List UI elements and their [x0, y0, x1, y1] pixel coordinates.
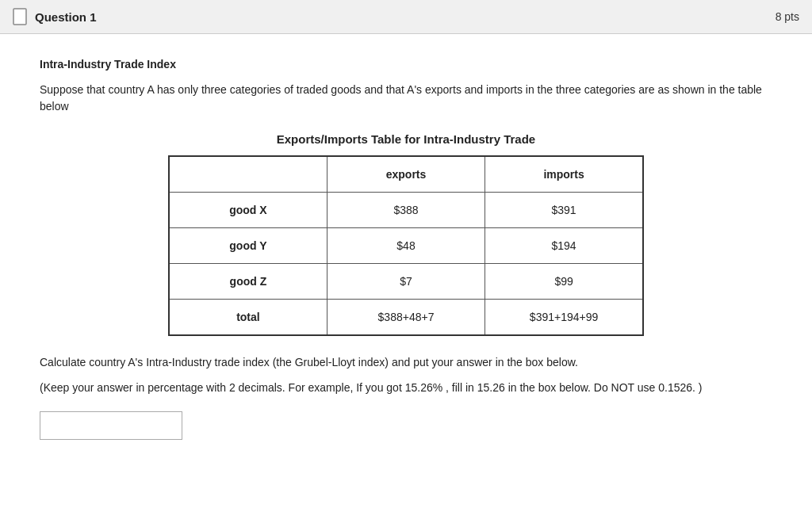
table-row: good Z $7 $99 — [169, 264, 643, 300]
cell-goodx-exports: $388 — [327, 193, 485, 228]
page-container: Question 1 8 pts Intra-Industry Trade In… — [0, 0, 812, 527]
question-body: Intra-Industry Trade Index Suppose that … — [0, 34, 812, 527]
answer-input[interactable] — [40, 411, 182, 440]
cell-total-exports: $388+48+7 — [327, 300, 485, 336]
cell-total-imports: $391+194+99 — [485, 300, 643, 336]
row-label-total: total — [169, 300, 327, 336]
table-row: good Y $48 $194 — [169, 228, 643, 264]
trade-table: exports imports good X $388 $391 good Y … — [168, 155, 644, 336]
table-title: Exports/Imports Table for Intra-Industry… — [40, 132, 772, 146]
svg-rect-0 — [13, 9, 26, 25]
question-header-left: Question 1 — [13, 8, 97, 25]
question-title: Question 1 — [35, 10, 97, 24]
question-header: Question 1 8 pts — [0, 0, 812, 34]
col-header-empty — [169, 156, 327, 193]
row-label-goodx: good X — [169, 193, 327, 228]
instruction-text-1: Calculate country A's Intra-Industry tra… — [40, 353, 772, 371]
col-header-exports: exports — [327, 156, 485, 193]
cell-goodx-imports: $391 — [485, 193, 643, 228]
cell-goodz-imports: $99 — [485, 264, 643, 300]
col-header-imports: imports — [485, 156, 643, 193]
description: Suppose that country A has only three ca… — [40, 82, 772, 115]
row-label-goody: good Y — [169, 228, 327, 264]
table-header-row: exports imports — [169, 156, 643, 193]
table-row: total $388+48+7 $391+194+99 — [169, 300, 643, 336]
cell-goodz-exports: $7 — [327, 264, 485, 300]
section-title: Intra-Industry Trade Index — [40, 58, 772, 71]
trade-table-wrapper: exports imports good X $388 $391 good Y … — [40, 155, 772, 336]
bookmark-icon — [13, 8, 27, 25]
cell-goody-exports: $48 — [327, 228, 485, 264]
instruction-text-2: (Keep your answer in percentage with 2 d… — [40, 379, 772, 396]
table-row: good X $388 $391 — [169, 193, 643, 228]
points-label: 8 pts — [776, 10, 799, 23]
cell-goody-imports: $194 — [485, 228, 643, 264]
row-label-goodz: good Z — [169, 264, 327, 300]
